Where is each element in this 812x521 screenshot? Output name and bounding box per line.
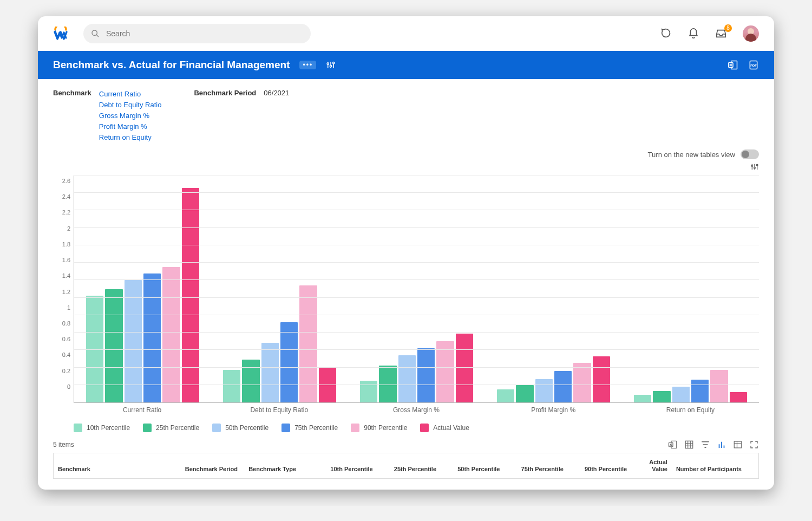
benchmark-label: Benchmark [53, 89, 91, 143]
chart-bar[interactable] [261, 343, 279, 402]
chart-bar[interactable] [634, 395, 651, 403]
chart-bar[interactable] [105, 289, 122, 403]
table-chart-icon[interactable] [717, 440, 726, 450]
table-column-header[interactable]: 10th Percentile [313, 453, 377, 479]
table-filter-icon[interactable] [700, 440, 710, 450]
table-column-header[interactable]: Benchmark Period [181, 453, 244, 479]
export-pdf-icon[interactable]: PDF [748, 60, 759, 70]
workday-logo[interactable] [53, 25, 68, 42]
svg-point-7 [333, 62, 335, 64]
period-label: Benchmark Period [194, 89, 256, 143]
chart-settings-icon[interactable] [750, 162, 759, 171]
table-column-header[interactable]: 75th Percentile [504, 453, 567, 479]
table-grid-icon[interactable] [684, 440, 694, 450]
chart-bar[interactable] [360, 381, 377, 402]
chart-bar[interactable] [280, 322, 298, 402]
table-column-header[interactable]: Benchmark Type [244, 453, 313, 479]
export-excel-icon[interactable] [728, 60, 738, 70]
benchmark-link[interactable]: Gross Margin % [99, 110, 162, 121]
chart-bar[interactable] [456, 334, 473, 402]
data-table: BenchmarkBenchmark PeriodBenchmark Type1… [53, 453, 759, 479]
svg-text:PDF: PDF [750, 64, 757, 67]
tables-toggle-label: Turn on the new tables view [648, 151, 735, 159]
svg-point-15 [754, 167, 756, 169]
legend-swatch [281, 424, 290, 432]
chart-bar[interactable] [573, 363, 591, 402]
chart-bar[interactable] [672, 387, 690, 402]
legend-label: 25th Percentile [156, 424, 199, 432]
legend-label: 50th Percentile [225, 424, 269, 432]
inbox-badge: 8 [724, 24, 732, 32]
legend-swatch [74, 424, 82, 432]
benchmark-link[interactable]: Profit Margin % [99, 121, 162, 132]
chart-bar[interactable] [398, 355, 416, 402]
legend-item[interactable]: 90th Percentile [351, 424, 407, 432]
chart-bar[interactable] [182, 188, 199, 402]
legend-item[interactable]: 50th Percentile [212, 424, 269, 432]
table-export-excel-icon[interactable] [668, 440, 678, 450]
legend-swatch [351, 424, 359, 432]
search-icon [91, 29, 100, 38]
table-column-header[interactable]: Actual Value [631, 453, 672, 479]
table-fullscreen-icon[interactable] [749, 440, 759, 450]
legend-item[interactable]: 75th Percentile [281, 424, 338, 432]
table-columns-icon[interactable] [733, 440, 743, 450]
svg-point-3 [327, 63, 329, 64]
page-actions-menu[interactable]: ••• [299, 61, 316, 69]
inbox-icon[interactable]: 8 [715, 28, 728, 40]
chart-legend: 10th Percentile25th Percentile50th Perce… [38, 416, 774, 438]
table-column-header[interactable]: Benchmark [54, 453, 181, 479]
page-header: Benchmark vs. Actual for Financial Manag… [38, 51, 774, 79]
benchmark-link[interactable]: Debt to Equity Ratio [99, 100, 162, 110]
chart-x-label: Return on Equity [622, 403, 759, 414]
app-bar: 8 [38, 16, 774, 51]
profile-avatar[interactable] [743, 25, 759, 42]
table-column-header[interactable]: 50th Percentile [441, 453, 504, 479]
table-column-header[interactable]: 25th Percentile [377, 453, 441, 479]
legend-swatch [420, 424, 429, 432]
notifications-icon[interactable] [687, 28, 699, 40]
chart-container: 2.62.42.221.81.61.41.210.80.60.40.20 Cur… [38, 171, 774, 416]
chart-bar[interactable] [710, 370, 728, 402]
chart-bar[interactable] [143, 273, 161, 403]
search-input[interactable] [105, 29, 303, 38]
chart-bar[interactable] [593, 356, 610, 402]
chart-x-label: Debt to Equity Ratio [211, 403, 348, 414]
global-search[interactable] [83, 24, 311, 43]
chart-bar[interactable] [516, 385, 533, 402]
legend-item[interactable]: Actual Value [420, 424, 469, 432]
chart-bar[interactable] [436, 341, 454, 402]
filter-icon[interactable] [326, 60, 336, 70]
chart-bar[interactable] [653, 391, 670, 402]
svg-rect-28 [734, 441, 742, 448]
chart-bar[interactable] [691, 380, 709, 402]
chart-plot-area [74, 175, 759, 403]
svg-line-1 [96, 35, 99, 37]
table-column-header[interactable]: 90th Percentile [568, 453, 631, 479]
legend-label: 75th Percentile [294, 424, 338, 432]
chart-y-axis: 2.62.42.221.81.61.41.210.80.60.40.20 [53, 175, 74, 403]
benchmark-link[interactable]: Current Ratio [99, 89, 162, 100]
chart-bar[interactable] [223, 370, 240, 402]
svg-point-13 [751, 165, 753, 167]
chat-icon[interactable] [660, 28, 672, 40]
legend-item[interactable]: 25th Percentile [143, 424, 199, 432]
chart-x-axis: Current RatioDebt to Equity RatioGross M… [74, 403, 759, 414]
chart-bar[interactable] [242, 360, 259, 402]
chart-x-label: Profit Margin % [485, 403, 622, 414]
chart-bar[interactable] [554, 371, 572, 402]
page-title: Benchmark vs. Actual for Financial Manag… [53, 59, 290, 71]
chart-bar[interactable] [535, 379, 553, 403]
tables-view-toggle[interactable] [741, 149, 759, 159]
chart-bar[interactable] [162, 267, 180, 402]
chart-bar[interactable] [417, 348, 435, 402]
table-item-count: 5 items [53, 441, 74, 448]
legend-item[interactable]: 10th Percentile [74, 424, 130, 432]
svg-point-17 [756, 164, 758, 166]
report-parameters: Benchmark Current RatioDebt to Equity Ra… [38, 79, 774, 147]
chart-bar[interactable] [730, 392, 747, 402]
chart-bar[interactable] [497, 389, 514, 402]
benchmark-link[interactable]: Return on Equity [99, 132, 162, 143]
app-bar-actions: 8 [660, 25, 759, 42]
table-column-header[interactable]: Number of Participants [672, 453, 758, 479]
